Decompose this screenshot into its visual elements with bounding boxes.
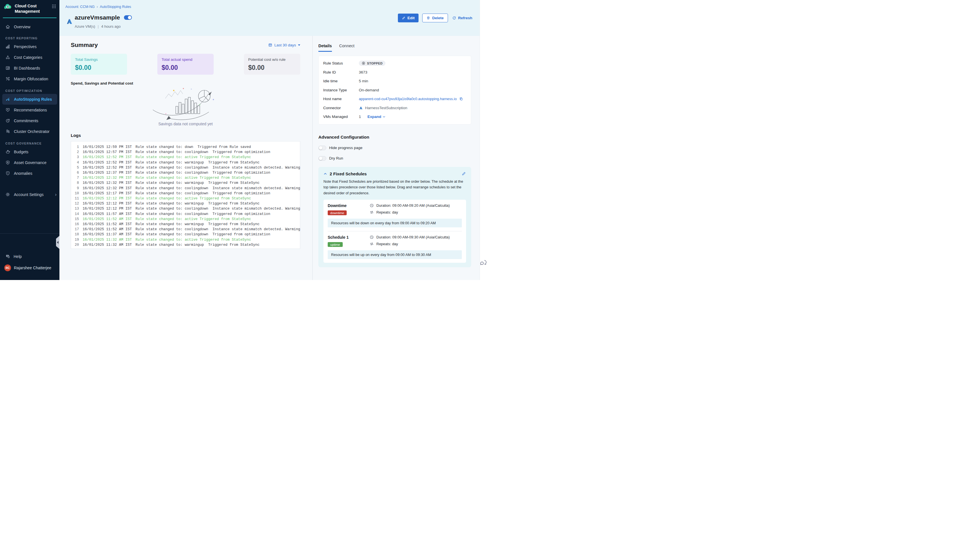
sidebar-item-commitments[interactable]: Commitments <box>0 115 59 126</box>
refresh-label: Refresh <box>458 16 472 20</box>
sidebar-item-margin-obfuscation[interactable]: Margin Obfuscation <box>0 73 59 84</box>
clock-icon <box>370 235 374 239</box>
last-updated: 4 hours ago <box>101 24 121 28</box>
log-line: 216/01/2025 12:57 PM ISTRule state chang… <box>71 150 300 155</box>
sidebar-section-cost-reporting: COST REPORTING <box>5 37 59 40</box>
log-line: 1116/01/2025 12:12 PM ISTRule state chan… <box>71 196 300 201</box>
sidebar-item-recommendations[interactable]: Recommendations <box>0 105 59 115</box>
sidebar-item-cluster-orchestrator[interactable]: Cluster Orchestrator <box>0 126 59 137</box>
expand-vms-link[interactable]: Expand <box>367 115 386 119</box>
sidebar-item-label: Budgets <box>14 150 28 154</box>
sidebar-item-perspectives[interactable]: Perspectives <box>0 41 59 52</box>
help-chat-icon <box>5 254 10 259</box>
detail-row-connector: Connector HarnessTestSubscription <box>319 103 471 113</box>
card-label: Total actual spend <box>162 57 209 62</box>
dry-run-toggle[interactable] <box>318 156 326 161</box>
schedule-description: Resources will be up on every day from 0… <box>328 250 462 259</box>
schedule-item-downtime[interactable]: Downtime downtime Duration: 09:00 AM-09:… <box>328 203 462 215</box>
schedule-item-uptime[interactable]: Schedule 1 uptime Duration: 09:00 AM-09:… <box>328 235 462 247</box>
dashboard-image-icon <box>5 66 10 70</box>
sidebar-item-autostopping-rules[interactable]: AutoStopping Rules <box>2 94 57 105</box>
status-text: STOPPED <box>367 62 382 65</box>
detail-label: Rule ID <box>323 70 359 74</box>
advanced-configuration-heading: Advanced Configuration <box>318 135 480 140</box>
date-range-picker[interactable]: Last 30 days <box>268 43 300 47</box>
app-title: Cloud Cost Management <box>15 3 45 14</box>
schedules-list: Downtime downtime Duration: 09:00 AM-09:… <box>324 200 466 263</box>
sidebar-item-budgets[interactable]: Budgets <box>0 147 59 157</box>
expand-label: Expand <box>367 115 381 119</box>
log-line: 916/01/2025 12:32 PM ISTRule state chang… <box>71 186 300 191</box>
trash-icon <box>426 16 430 20</box>
hide-progress-toggle[interactable] <box>318 146 326 150</box>
detail-label: Instance Type <box>323 88 359 92</box>
refresh-button[interactable]: Refresh <box>452 13 473 22</box>
sidebar-item-asset-governance[interactable]: Asset Governance <box>0 157 59 168</box>
card-label: Potential cost w/o rule <box>248 57 296 62</box>
chevron-right-icon: › <box>97 5 98 9</box>
caret-down-icon <box>298 44 300 46</box>
stop-circle-icon <box>362 62 365 65</box>
help-button[interactable]: Help <box>5 254 59 259</box>
sidebar-item-anomalies[interactable]: Anomalies <box>0 168 59 179</box>
log-line: 816/01/2025 12:32 PM ISTRule state chang… <box>71 180 300 185</box>
card-value: $0.00 <box>248 64 296 72</box>
clock-refresh-icon <box>5 118 10 123</box>
repeat-icon <box>370 242 374 246</box>
detail-value: On-demand <box>359 88 379 92</box>
detail-value: 5 min <box>359 79 368 83</box>
support-chat-icon[interactable] <box>480 259 487 267</box>
chevron-down-icon <box>382 115 386 118</box>
fixed-schedules-card: 2 Fixed Schedules Note that Fixed Schedu… <box>318 167 471 268</box>
log-line: 1216/01/2025 12:12 PM ISTRule state chan… <box>71 201 300 206</box>
chevron-right-icon: › <box>55 192 57 197</box>
right-margin-strip <box>480 0 489 280</box>
breadcrumb-account[interactable]: Account: CCM-NG <box>65 5 95 9</box>
log-line: 2016/01/2025 11:32 AM ISTRule state chan… <box>71 242 300 247</box>
sidebar-item-label: Asset Governance <box>14 160 47 165</box>
user-profile[interactable]: RC Rajarshee Chatterjee <box>4 265 59 271</box>
tab-connect[interactable]: Connect <box>339 43 355 52</box>
edit-schedules-pencil-icon[interactable] <box>462 172 466 176</box>
sidebar-item-cost-categories[interactable]: Cost Categories <box>0 52 59 63</box>
log-list[interactable]: 116/01/2025 12:59 PM ISTRule state chang… <box>71 141 300 249</box>
chevron-up-icon[interactable] <box>324 172 327 176</box>
sidebar-footer: Help RC Rajarshee Chatterjee <box>0 233 59 280</box>
shapes-icon <box>5 55 10 60</box>
status-badge: STOPPED <box>359 60 386 66</box>
bar-chart-icon <box>5 44 10 49</box>
schedule-duration: Duration: 09:00 AM-09:30 AM (Asia/Calcut… <box>376 235 450 239</box>
detail-label: Rule Status <box>323 61 359 65</box>
host-name-link[interactable]: apparent-cod-cu47pvu93ja1is9la0c0.autost… <box>359 97 457 101</box>
sidebar-item-account-settings[interactable]: Account Settings › <box>0 189 59 200</box>
app-switcher-grid-icon[interactable] <box>52 4 56 8</box>
rule-enabled-toggle[interactable] <box>124 15 132 20</box>
summary-heading: Summary <box>71 42 98 48</box>
sidebar-item-label: Account Settings <box>14 192 43 197</box>
schedule-divider <box>328 231 462 232</box>
log-line: 316/01/2025 12:52 PM ISTRule state chang… <box>71 155 300 160</box>
log-line: 1816/01/2025 11:37 AM ISTRule state chan… <box>71 232 300 237</box>
separator: | <box>98 24 98 28</box>
edit-button[interactable]: Edit <box>398 13 419 22</box>
log-line: 1716/01/2025 11:52 AM ISTRule state chan… <box>71 227 300 232</box>
dry-run-toggle-row: Dry Run <box>318 156 480 161</box>
sidebar-item-bi-dashboards[interactable]: BI Dashboards <box>0 63 59 73</box>
sidebar-item-overview[interactable]: Overview <box>0 22 59 32</box>
breadcrumb: Account: CCM-NG › AutoStopping Rules <box>65 5 131 9</box>
total-savings-card: Total Savings $0.00 <box>71 54 127 75</box>
log-line: 1916/01/2025 11:32 AM ISTRule state chan… <box>71 237 300 242</box>
cloud-cost-logo-icon <box>4 3 12 10</box>
card-value: $0.00 <box>162 64 209 72</box>
page-header: Account: CCM-NG › AutoStopping Rules azu… <box>59 0 480 36</box>
copy-icon[interactable] <box>459 97 463 101</box>
user-name: Rajarshee Chatterjee <box>14 265 51 270</box>
schedule-repeats: Repeats: day <box>376 210 398 214</box>
tab-details[interactable]: Details <box>318 43 332 52</box>
delete-button[interactable]: Delete <box>422 13 448 22</box>
help-label: Help <box>13 254 22 259</box>
breadcrumb-page[interactable]: AutoStopping Rules <box>100 5 131 9</box>
log-line: 1016/01/2025 12:17 PM ISTRule state chan… <box>71 191 300 196</box>
sidebar-item-label: Perspectives <box>14 44 37 49</box>
sidebar-item-label: Anomalies <box>14 171 32 176</box>
